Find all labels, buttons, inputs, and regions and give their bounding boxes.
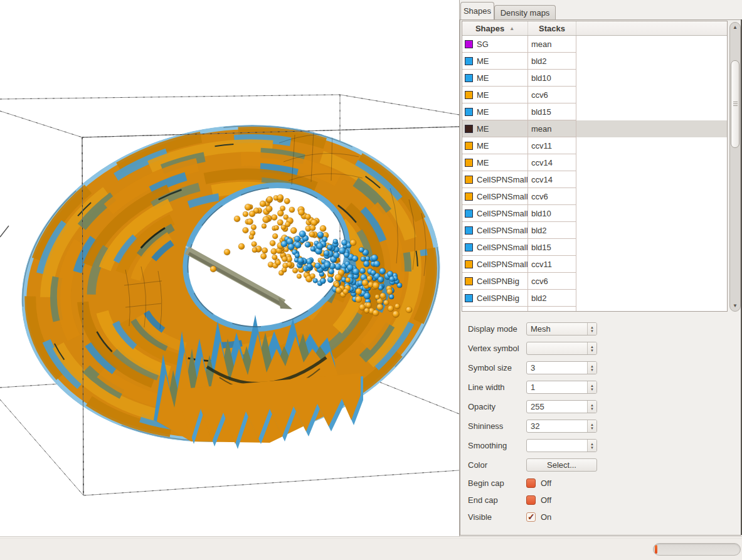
color-swatch (465, 57, 473, 65)
begin-cap-checkbox[interactable] (526, 478, 536, 488)
symbol-size-row: Symbol size 3 ▲▼ (468, 361, 741, 374)
spinner-arrows-icon[interactable]: ▲▼ (587, 362, 596, 374)
color-swatch (465, 91, 473, 99)
shape-cell[interactable]: CellSPNSmall (462, 171, 528, 188)
shape-cell[interactable]: CellSPNSmall (462, 256, 528, 273)
shape-cell[interactable]: CellSPNSmall (462, 205, 528, 222)
end-cap-state: Off (541, 495, 551, 505)
shape-name: CellSPNSmall (477, 226, 528, 235)
table-row[interactable]: CellSPNSmallbld15 (462, 239, 727, 256)
right-panel: Shapes Density maps Shapes ▲ Stacks SGme… (460, 0, 742, 536)
stack-cell[interactable]: bld10 (528, 70, 576, 87)
shape-cell[interactable]: ME (462, 154, 528, 171)
shininess-spinbox[interactable]: 32 ▲▼ (526, 420, 597, 433)
table-row[interactable]: MEbld10 (462, 70, 727, 87)
shape-cell[interactable]: CellSPNSmall (462, 188, 528, 205)
shapes-table-body: SGmeanMEbld2MEbld10MEccv6MEbld15MEmeanME… (462, 36, 727, 312)
table-scrollbar[interactable]: ▲ ▼ (729, 22, 741, 312)
sort-ascending-icon: ▲ (509, 26, 514, 31)
stack-cell[interactable]: bld15 (528, 239, 576, 256)
table-row[interactable]: SGmean (462, 36, 727, 53)
table-row[interactable]: MEccv11 (462, 137, 727, 154)
smoothing-spinbox[interactable]: ▲▼ (526, 439, 597, 452)
table-row[interactable]: MEmean (462, 120, 727, 137)
table-row[interactable]: MEccv14 (462, 154, 727, 171)
stack-cell[interactable]: bld15 (528, 103, 576, 120)
line-width-row: Line width 1 ▲▼ (468, 381, 741, 394)
display-mode-value: Mesh (527, 324, 587, 334)
line-width-spinbox[interactable]: 1 ▲▼ (526, 381, 597, 394)
color-select-button[interactable]: Select... (526, 458, 597, 472)
stack-cell[interactable]: bld2 (528, 222, 576, 239)
color-swatch (465, 176, 473, 184)
spinner-arrows-icon[interactable]: ▲▼ (587, 381, 596, 393)
shininess-row: Shininess 32 ▲▼ (468, 420, 741, 433)
column-header-filler (576, 21, 727, 35)
stack-cell[interactable]: bld2 (528, 53, 576, 70)
tab-shapes[interactable]: Shapes (460, 2, 494, 19)
stack-cell[interactable]: ccv14 (528, 171, 576, 188)
table-row[interactable]: MEbld15 (462, 103, 727, 120)
line-width-label: Line width (468, 383, 526, 392)
stack-cell[interactable]: mean (528, 36, 576, 53)
3d-viewport[interactable] (0, 0, 460, 536)
stack-cell[interactable]: bld10 (528, 205, 576, 222)
shape-cell[interactable]: ME (462, 53, 528, 70)
scrollbar-thumb[interactable] (731, 60, 739, 148)
shape-cell[interactable]: ME (462, 87, 528, 103)
column-header-shapes[interactable]: Shapes ▲ (462, 21, 528, 35)
shape-name: ME (477, 56, 489, 66)
table-row[interactable]: CellSPNSmallccv11 (462, 256, 727, 273)
shape-cell[interactable]: CellSPNBig (462, 290, 528, 307)
shape-name: ME (477, 73, 489, 83)
shape-cell[interactable]: ME (462, 120, 528, 137)
shape-cell[interactable]: ME (462, 70, 528, 87)
opacity-spinbox[interactable]: 255 ▲▼ (526, 400, 597, 413)
scroll-down-icon[interactable]: ▼ (730, 304, 740, 309)
table-row[interactable]: MEccv6 (462, 87, 727, 103)
stack-cell[interactable]: ccv11 (528, 256, 576, 273)
spinner-arrows-icon[interactable]: ▲▼ (587, 420, 596, 432)
shape-cell[interactable]: ME (462, 137, 528, 154)
table-row[interactable]: CellSPNSmallbld10 (462, 205, 727, 222)
table-row[interactable]: CellSPNBigbld2 (462, 290, 727, 307)
display-mode-select[interactable]: Mesh ▲▼ (526, 322, 597, 335)
shapes-table: Shapes ▲ Stacks SGmeanMEbld2MEbld10MEccv… (462, 21, 728, 312)
table-row[interactable]: CellSPNBigccv6 (462, 273, 727, 290)
stack-cell[interactable]: ccv6 (528, 273, 576, 290)
shape-cell[interactable]: CellSPNBig (462, 273, 528, 290)
color-select-button-label: Select... (547, 460, 576, 470)
table-row[interactable]: CellSPNSmallccv6 (462, 188, 727, 205)
stack-cell[interactable]: ccv14 (528, 154, 576, 171)
spinner-arrows-icon[interactable]: ▲▼ (587, 401, 596, 413)
shape-cell[interactable]: CellSPNSmall (462, 239, 528, 256)
vertex-symbol-select[interactable]: ▲▼ (526, 342, 597, 355)
column-header-stacks[interactable]: Stacks (528, 21, 576, 35)
visible-checkbox[interactable] (526, 512, 536, 522)
shape-name: ME (477, 158, 489, 167)
end-cap-label: End cap (468, 495, 526, 505)
stack-cell[interactable]: bld2 (528, 290, 576, 307)
tab-density-maps[interactable]: Density maps (494, 5, 556, 19)
scroll-up-icon[interactable]: ▲ (730, 25, 740, 30)
shape-name: ME (477, 124, 489, 134)
spinner-arrows-icon[interactable]: ▲▼ (587, 440, 596, 452)
shape-cell[interactable]: ME (462, 103, 528, 120)
spinner-arrows-icon[interactable]: ▲▼ (587, 323, 596, 335)
stack-cell[interactable]: ccv6 (528, 188, 576, 205)
stack-cell[interactable]: ccv6 (528, 87, 576, 103)
table-row[interactable]: CellSPNSmallccv14 (462, 171, 727, 188)
spinner-arrows-icon[interactable]: ▲▼ (587, 342, 596, 354)
symbol-size-spinbox[interactable]: 3 ▲▼ (526, 361, 597, 374)
shape-cell[interactable]: CellSPNSmall (462, 222, 528, 239)
stack-cell[interactable]: ccv11 (528, 137, 576, 154)
3d-scene (0, 0, 459, 536)
smoothing-row: Smoothing ▲▼ (468, 439, 741, 452)
shape-name: SG (477, 40, 489, 49)
table-row[interactable]: MEbld2 (462, 53, 727, 70)
end-cap-checkbox[interactable] (526, 495, 536, 505)
shape-cell[interactable]: SG (462, 36, 528, 53)
table-row[interactable]: CellSPNSmallbld2 (462, 222, 727, 239)
shape-name: CellSPNBig (477, 293, 519, 303)
stack-cell[interactable]: mean (528, 120, 576, 137)
